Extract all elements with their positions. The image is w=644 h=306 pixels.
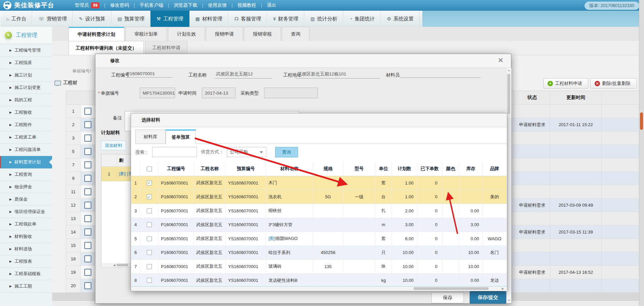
table-row[interactable] bbox=[511, 132, 639, 145]
table-row[interactable] bbox=[511, 212, 639, 225]
nav-item-材料管理[interactable]: ▦材料管理 bbox=[189, 11, 228, 27]
material-row[interactable]: 7P1606070001武侯区新北五YS1606070001玻璃砖135块10.… bbox=[131, 260, 507, 274]
table-row[interactable] bbox=[511, 105, 639, 118]
row-checkbox[interactable] bbox=[84, 161, 91, 168]
search-input[interactable] bbox=[152, 147, 197, 157]
nav-item-财务管理[interactable]: ¥财务管理 bbox=[267, 11, 304, 27]
row-checkbox[interactable] bbox=[84, 188, 91, 195]
material-checkbox[interactable]: ✓ bbox=[147, 194, 152, 199]
page-scrollbar[interactable] bbox=[639, 0, 644, 306]
sidebar-item-施工计划[interactable]: ▶施工计划 bbox=[0, 69, 52, 82]
topbar-menu-退出[interactable]: 退出 bbox=[267, 2, 276, 8]
row-checkbox[interactable] bbox=[84, 175, 91, 182]
table-row[interactable] bbox=[511, 239, 639, 252]
select-all-checkbox[interactable] bbox=[147, 166, 152, 171]
nav-item-设计预算[interactable]: ✎设计预算 bbox=[73, 11, 112, 27]
sidebar-item-施工计划变更[interactable]: ▶施工计划变更 bbox=[0, 82, 52, 94]
table-row[interactable]: 申请材料需求2017-03-15 11:39 bbox=[511, 225, 639, 239]
query-button[interactable]: 查询 bbox=[275, 147, 298, 157]
sidebar-item-材料进场[interactable]: ▶材料进场 bbox=[0, 243, 52, 255]
project-no-value[interactable]: P1606070001 bbox=[125, 71, 172, 78]
scroll-left-icon[interactable]: ◀ bbox=[113, 264, 115, 267]
sidebar-item-工程基础模板[interactable]: ▶工程基础模板 bbox=[0, 268, 52, 280]
nav-item-集团统计[interactable]: ◔集团统计 bbox=[343, 11, 381, 27]
row-checkbox[interactable] bbox=[84, 148, 91, 155]
material-row[interactable]: 1✓P1606070001武侯区新北五YS1606070001木门套1.000 bbox=[131, 176, 507, 190]
material-checkbox[interactable] bbox=[147, 222, 152, 227]
apply-time-input[interactable]: 2017-04-13 bbox=[202, 88, 235, 98]
scroll-down-icon[interactable]: ▼ bbox=[508, 299, 510, 302]
topbar-menu-修改密码[interactable]: 修改密码 bbox=[110, 2, 129, 8]
sidebar-item-工程编号管理[interactable]: ▶工程编号管理 bbox=[0, 44, 52, 57]
material-row[interactable]: 5P1606070001武侯区新北五YS1606070001[图]德国WAGO套… bbox=[131, 232, 507, 246]
sidebar-item-材料验收[interactable]: ▶材料验收 bbox=[0, 231, 52, 243]
sidebar-item-项目经理保证金[interactable]: ▶项目经理保证金 bbox=[0, 206, 52, 218]
picker-tab-材料库[interactable]: 材料库 bbox=[135, 130, 166, 144]
row-checkbox[interactable] bbox=[84, 108, 91, 115]
sidebar-item-施工工期[interactable]: ▶施工工期 bbox=[0, 280, 52, 293]
table-row[interactable] bbox=[511, 279, 639, 293]
row-checkbox[interactable] bbox=[84, 215, 91, 222]
delete-batch-button[interactable]: ✕ 删除/批量删除 bbox=[590, 78, 637, 89]
subtab-工程材料申请列表（未提交）[interactable]: 工程材料申请列表（未提交） bbox=[69, 41, 144, 55]
material-checkbox[interactable] bbox=[147, 250, 152, 255]
material-checkbox[interactable] bbox=[147, 208, 152, 213]
scroll-right-icon[interactable]: ▶ bbox=[502, 287, 504, 290]
row-checkbox[interactable] bbox=[84, 255, 91, 262]
nav-item-系统设置[interactable]: ⚙系统设置 bbox=[381, 11, 420, 27]
sidebar-item-工程附件[interactable]: ▶工程附件 bbox=[0, 119, 52, 131]
topbar-menu-视频教程[interactable]: 视频教程 bbox=[238, 2, 256, 8]
nav-item-工作台[interactable]: ⌂工作台 bbox=[0, 11, 32, 27]
row-checkbox[interactable] bbox=[84, 228, 91, 236]
table-row[interactable] bbox=[511, 158, 639, 172]
add-material-button[interactable]: 添加材料 bbox=[101, 141, 126, 150]
project-name-value[interactable]: 武侯区新北五期12 bbox=[215, 71, 272, 79]
tab-查询[interactable]: 查询 bbox=[282, 27, 309, 41]
apply-material-button[interactable]: + 工程材料申请 bbox=[543, 78, 588, 89]
sidebar-item-工程领款单[interactable]: ▶工程领款单 bbox=[0, 218, 52, 231]
sidebar-item-工程问题清单[interactable]: ▶工程问题清单 bbox=[0, 144, 52, 156]
material-row[interactable]: 3P1606070001武侯区新北五YS1606070001细铁丝扎2.0000… bbox=[131, 204, 507, 218]
notification-badge[interactable]: 99 bbox=[91, 2, 99, 8]
sidebar-item-工程指派[interactable]: ▶工程指派 bbox=[0, 57, 52, 69]
topbar-menu-手机客户端[interactable]: 手机客户端 bbox=[140, 2, 163, 8]
project-addr-value[interactable]: 武侯区新北五期12栋101 bbox=[296, 71, 380, 79]
material-row[interactable]: 6P1606070001武侯区新北五YS1606070001暗拉手系列45025… bbox=[131, 246, 507, 260]
save-submit-button[interactable]: 保存/提交 bbox=[470, 291, 506, 304]
nav-item-统计分析[interactable]: ▥统计分析 bbox=[304, 11, 343, 27]
material-row[interactable]: 8P1606070001武侯区新北五YS1606070001龙达硬性涂料Bkg1… bbox=[131, 274, 507, 288]
close-icon[interactable]: ✕ bbox=[498, 57, 504, 64]
table-row[interactable] bbox=[511, 185, 639, 199]
sidebar-item-工程验收[interactable]: ▶工程验收 bbox=[0, 106, 52, 119]
table-row[interactable]: 申请材料需求2017-01-11 15:22 bbox=[511, 118, 639, 132]
picker-tab-签单预算[interactable]: 签单预算 bbox=[166, 130, 196, 144]
row-checkbox[interactable] bbox=[84, 242, 91, 249]
supply-mode-select[interactable]: 公司采购 bbox=[227, 147, 266, 157]
tab-报销申请[interactable]: 报销申请 bbox=[206, 27, 243, 41]
nav-item-客服管理[interactable]: ☊客服管理 bbox=[228, 11, 267, 27]
nav-item-工程管理[interactable]: ⚒工程管理 bbox=[151, 11, 189, 27]
table-row[interactable] bbox=[511, 252, 639, 266]
topbar-user[interactable]: 管理员 bbox=[75, 2, 89, 8]
page-scrollbar-thumb[interactable] bbox=[640, 112, 643, 130]
sidebar-item-物业押金[interactable]: ▶物业押金 bbox=[0, 181, 52, 193]
image-link[interactable]: [图] bbox=[268, 236, 275, 242]
sidebar-item-材料需求计划[interactable]: ▶材料需求计划 bbox=[0, 156, 52, 168]
material-checkbox[interactable] bbox=[147, 264, 152, 269]
material-row[interactable]: 2✓P1606070001武侯区新北五YS1606070001洗衣机5G一级台1… bbox=[131, 190, 507, 204]
tab-计划生效[interactable]: 计划生效 bbox=[168, 27, 205, 41]
save-button[interactable]: 保存 bbox=[431, 292, 464, 303]
row-checkbox[interactable] bbox=[84, 282, 91, 289]
material-hscroll-thumb[interactable] bbox=[414, 287, 488, 290]
nav-item-营销管理[interactable]: ☏营销管理 bbox=[32, 11, 73, 27]
table-row[interactable] bbox=[511, 172, 639, 185]
tab-报销审核[interactable]: 报销审核 bbox=[244, 27, 281, 41]
sidebar-item-我的工程[interactable]: ▶我的工程 bbox=[0, 94, 52, 106]
material-table-hscrollbar[interactable]: ▶ bbox=[131, 286, 507, 291]
material-checkbox[interactable] bbox=[147, 278, 152, 283]
subtab-工程材料申请[interactable]: 工程材料申请 bbox=[145, 41, 187, 55]
purchase-type-select[interactable] bbox=[264, 88, 318, 98]
row-checkbox[interactable] bbox=[84, 202, 91, 209]
topbar-menu-浏览器下载[interactable]: 浏览器下载 bbox=[174, 2, 197, 8]
row-checkbox[interactable] bbox=[84, 269, 91, 276]
